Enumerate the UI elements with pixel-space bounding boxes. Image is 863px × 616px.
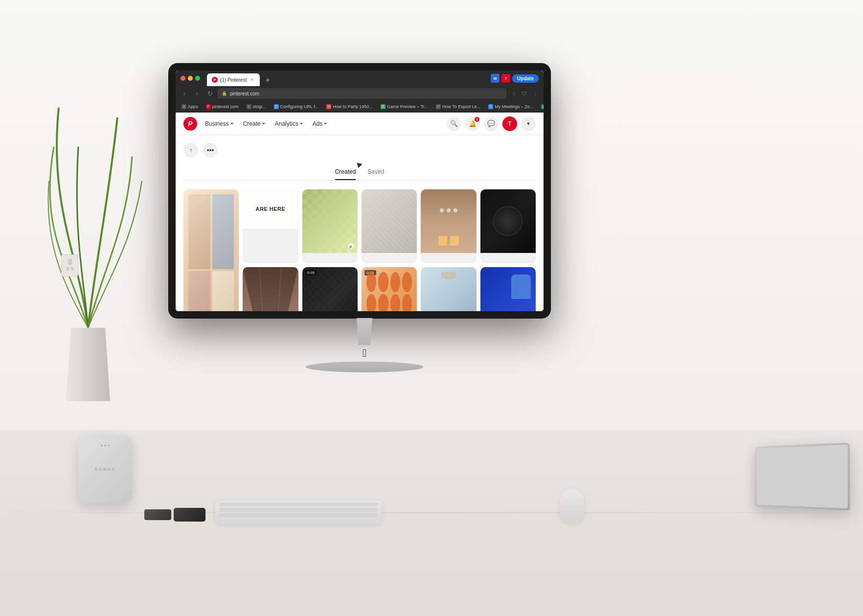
extension-icon-t[interactable]: T xyxy=(501,74,510,83)
pin-grid: Interior Design Collection ARE HERE xyxy=(183,185,536,311)
wall-outlet xyxy=(61,254,78,276)
bookmark-label-apps: Apps xyxy=(188,104,198,109)
bookmark-favicon-xtogr: x xyxy=(247,104,251,109)
nav-item-ads[interactable]: Ads xyxy=(309,118,331,129)
pinterest-content: ↑ ••• Created Saved xyxy=(176,135,544,311)
bookmark-gamepreview[interactable]: G Game Preview – Tr... xyxy=(379,103,430,110)
profile-actions: ↑ ••• xyxy=(183,140,536,160)
bookmark-favicon-pinterest: P xyxy=(206,104,211,109)
pinterest-app: P Business Create Analytics xyxy=(176,113,544,311)
chevron-analytics xyxy=(300,123,303,125)
bookmark-pexels[interactable]: p pexel.com xyxy=(539,103,544,110)
imac-monitor: P (1) Pinterest ✕ + M T Update ‹ xyxy=(169,64,560,372)
maximize-button[interactable] xyxy=(195,76,200,81)
bookmark-label-config: Configuring URL f... xyxy=(280,104,319,109)
phone-device xyxy=(174,508,205,522)
close-button[interactable] xyxy=(181,76,185,81)
search-button[interactable]: 🔍 xyxy=(447,116,461,131)
pin-card-2a[interactable]: ARE HERE xyxy=(243,189,298,263)
bookmark-pinterest[interactable]: P pinterest.com xyxy=(204,103,241,110)
bookmark-favicon-game: G xyxy=(381,104,386,109)
pinterest-nav: P Business Create Analytics xyxy=(176,113,544,135)
pinterest-nav-right: 🔍 🔔 1 💬 T ▼ xyxy=(447,116,536,131)
account-chevron[interactable]: ▼ xyxy=(521,116,536,131)
bookmark-meetings[interactable]: Z My Meetings – Zo... xyxy=(486,103,535,110)
bookmark-label-party: How to Party 1950... xyxy=(333,104,373,109)
bookmark-configuring[interactable]: C Configuring URL f... xyxy=(272,103,321,110)
pin-card-4a[interactable] xyxy=(362,189,417,263)
pin-card-1[interactable]: Interior Design Collection xyxy=(183,189,239,311)
share-button[interactable]: ↑ xyxy=(183,143,198,158)
messages-button[interactable]: 💬 xyxy=(484,116,499,131)
bookmark-apps[interactable]: A Apps xyxy=(180,103,200,110)
user-avatar[interactable]: T xyxy=(502,116,517,131)
back-button[interactable]: ‹ xyxy=(180,89,189,98)
bookmark-favicon-party: H xyxy=(326,104,331,109)
content-tabs: Created Saved xyxy=(183,164,536,181)
usb-drive xyxy=(144,509,171,520)
apple-logo:  xyxy=(169,347,560,360)
bookmark-favicon-export: H xyxy=(436,104,441,109)
bookmark-label-xtogr: xtogr... xyxy=(253,104,266,109)
nav-item-business[interactable]: Business xyxy=(201,118,237,129)
imac-screen-bezel: P (1) Pinterest ✕ + M T Update ‹ xyxy=(169,64,550,318)
are-here-text: ARE HERE xyxy=(256,206,286,212)
bookmark-xtogr[interactable]: x xtogr... xyxy=(245,103,268,110)
bookmark-star-icon[interactable]: ☆ xyxy=(509,89,518,98)
update-button[interactable]: Update xyxy=(512,74,539,83)
pin-card-5b[interactable] xyxy=(421,267,476,311)
pin-card-2b[interactable]: p xyxy=(243,267,298,311)
shield-icon[interactable]: 🛡 xyxy=(520,89,529,98)
mouse xyxy=(560,489,584,523)
plant-decoration xyxy=(10,59,166,401)
pinterest-logo[interactable]: P xyxy=(183,117,197,131)
laptop xyxy=(755,443,850,511)
svg-marker-3 xyxy=(243,267,298,311)
forward-button[interactable]: › xyxy=(192,89,202,98)
more-options-icon[interactable]: ⋮ xyxy=(531,89,540,98)
bookmark-export[interactable]: H How To Export Le... xyxy=(434,103,482,110)
traffic-lights xyxy=(181,76,200,81)
new-tab-button[interactable]: + xyxy=(262,74,273,86)
bookmark-howtoparty[interactable]: H How to Party 1950... xyxy=(324,103,375,110)
svg-rect-8 xyxy=(302,267,358,311)
active-tab[interactable]: P (1) Pinterest ✕ xyxy=(207,73,260,86)
address-text: pinterest.com xyxy=(230,91,259,96)
bookmark-favicon-config: C xyxy=(274,104,279,109)
nav-item-analytics[interactable]: Analytics xyxy=(271,118,307,129)
imac-screen[interactable]: P (1) Pinterest ✕ + M T Update ‹ xyxy=(176,70,544,311)
chevron-business xyxy=(230,123,233,125)
tab-label: (1) Pinterest xyxy=(220,77,247,83)
pin-card-6b[interactable] xyxy=(480,267,536,311)
sonos-speaker: SONOS xyxy=(78,435,132,503)
extension-icon-m[interactable]: M xyxy=(491,74,500,83)
bookmark-label-pinterest: pinterest.com xyxy=(212,104,239,109)
chevron-ads xyxy=(324,123,327,125)
bookmarks-bar: A Apps P pinterest.com x xtogr... C Conf… xyxy=(176,101,544,113)
pin-card-6a[interactable] xyxy=(480,189,536,263)
pin-card-3a[interactable]: p xyxy=(302,189,358,263)
notification-badge: 1 xyxy=(474,116,480,123)
refresh-button[interactable]: ↻ xyxy=(205,89,215,98)
pin-card-4b[interactable]: 0:06 xyxy=(362,267,417,311)
notifications-button[interactable]: 🔔 1 xyxy=(465,116,480,131)
more-actions-button[interactable]: ••• xyxy=(203,143,218,158)
minimize-button[interactable] xyxy=(188,76,193,81)
sonos-label: SONOS xyxy=(95,467,116,472)
tab-close-button[interactable]: ✕ xyxy=(249,77,255,83)
bookmark-favicon-pexels: p xyxy=(541,104,544,109)
address-bar[interactable]: 🔒 pinterest.com xyxy=(218,88,506,99)
chevron-create xyxy=(262,123,265,125)
tab-saved[interactable]: Saved xyxy=(367,164,384,180)
bookmark-favicon-apps: A xyxy=(182,104,186,109)
browser-title-bar: P (1) Pinterest ✕ + M T Update xyxy=(176,70,544,86)
pin-card-5a[interactable] xyxy=(421,189,476,263)
browser-window: P (1) Pinterest ✕ + M T Update ‹ xyxy=(176,70,544,311)
bookmark-label-game: Game Preview – Tr... xyxy=(387,104,428,109)
pin-card-3b[interactable]: 0:05 xyxy=(302,267,358,311)
browser-nav-bar: ‹ › ↻ 🔒 pinterest.com ☆ 🛡 ⋮ xyxy=(176,86,544,101)
nav-icons-right: ☆ 🛡 ⋮ xyxy=(509,89,540,98)
bookmark-label-export: How To Export Le... xyxy=(442,104,480,109)
nav-item-create[interactable]: Create xyxy=(239,118,269,129)
tab-created[interactable]: Created xyxy=(335,164,356,180)
